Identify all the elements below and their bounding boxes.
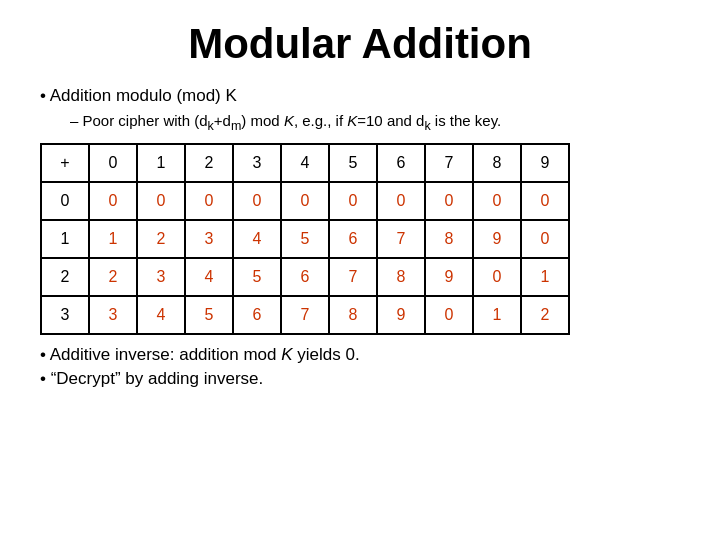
table-header-cell-0: + [41, 144, 89, 182]
cell-0-5: 0 [329, 182, 377, 220]
page: Modular Addition • Addition modulo (mod)… [0, 0, 720, 540]
cell-0-7: 0 [425, 182, 473, 220]
cell-0-8: 0 [473, 182, 521, 220]
cell-1-6: 7 [377, 220, 425, 258]
row-label-1: 1 [41, 220, 89, 258]
bullet-bottom-1: • Additive inverse: addition mod K yield… [40, 345, 680, 365]
cell-3-7: 0 [425, 296, 473, 334]
table-header-cell-5: 4 [281, 144, 329, 182]
cell-1-8: 9 [473, 220, 521, 258]
cell-2-3: 5 [233, 258, 281, 296]
cell-3-6: 9 [377, 296, 425, 334]
table-header-cell-6: 5 [329, 144, 377, 182]
cell-3-0: 3 [89, 296, 137, 334]
cell-3-4: 7 [281, 296, 329, 334]
bullet-sub-1: – Poor cipher with (dk+dm) mod K, e.g., … [70, 112, 680, 133]
table-header-cell-3: 2 [185, 144, 233, 182]
cell-1-9: 0 [521, 220, 569, 258]
table-row: 11234567890 [41, 220, 569, 258]
table-row: 33456789012 [41, 296, 569, 334]
row-label-0: 0 [41, 182, 89, 220]
cell-1-4: 5 [281, 220, 329, 258]
cell-3-1: 4 [137, 296, 185, 334]
table-header-cell-4: 3 [233, 144, 281, 182]
cell-2-5: 7 [329, 258, 377, 296]
cell-3-8: 1 [473, 296, 521, 334]
cell-1-2: 3 [185, 220, 233, 258]
cell-2-2: 4 [185, 258, 233, 296]
cell-2-6: 8 [377, 258, 425, 296]
cell-0-4: 0 [281, 182, 329, 220]
cell-0-2: 0 [185, 182, 233, 220]
cell-2-9: 1 [521, 258, 569, 296]
row-label-2: 2 [41, 258, 89, 296]
cell-0-0: 0 [89, 182, 137, 220]
cell-0-6: 0 [377, 182, 425, 220]
cell-1-7: 8 [425, 220, 473, 258]
cell-2-4: 6 [281, 258, 329, 296]
table-row: 00000000000 [41, 182, 569, 220]
table-header-cell-8: 7 [425, 144, 473, 182]
cell-3-3: 6 [233, 296, 281, 334]
table-row: 22345678901 [41, 258, 569, 296]
cell-0-1: 0 [137, 182, 185, 220]
modular-addition-table: +012345678900000000000112345678902234567… [40, 143, 570, 335]
table-header-cell-7: 6 [377, 144, 425, 182]
page-title: Modular Addition [40, 20, 680, 68]
cell-1-3: 4 [233, 220, 281, 258]
cell-2-7: 9 [425, 258, 473, 296]
table-header-cell-9: 8 [473, 144, 521, 182]
cell-1-1: 2 [137, 220, 185, 258]
cell-2-1: 3 [137, 258, 185, 296]
bullet-bottom-2: • “Decrypt” by adding inverse. [40, 369, 680, 389]
cell-1-5: 6 [329, 220, 377, 258]
table-header-cell-2: 1 [137, 144, 185, 182]
row-label-3: 3 [41, 296, 89, 334]
cell-0-9: 0 [521, 182, 569, 220]
cell-2-0: 2 [89, 258, 137, 296]
table-header-cell-1: 0 [89, 144, 137, 182]
cell-2-8: 0 [473, 258, 521, 296]
cell-3-5: 8 [329, 296, 377, 334]
cell-1-0: 1 [89, 220, 137, 258]
cell-3-9: 2 [521, 296, 569, 334]
cell-3-2: 5 [185, 296, 233, 334]
cell-0-3: 0 [233, 182, 281, 220]
table-header-cell-10: 9 [521, 144, 569, 182]
bullet-main-1: • Addition modulo (mod) K [40, 86, 680, 106]
